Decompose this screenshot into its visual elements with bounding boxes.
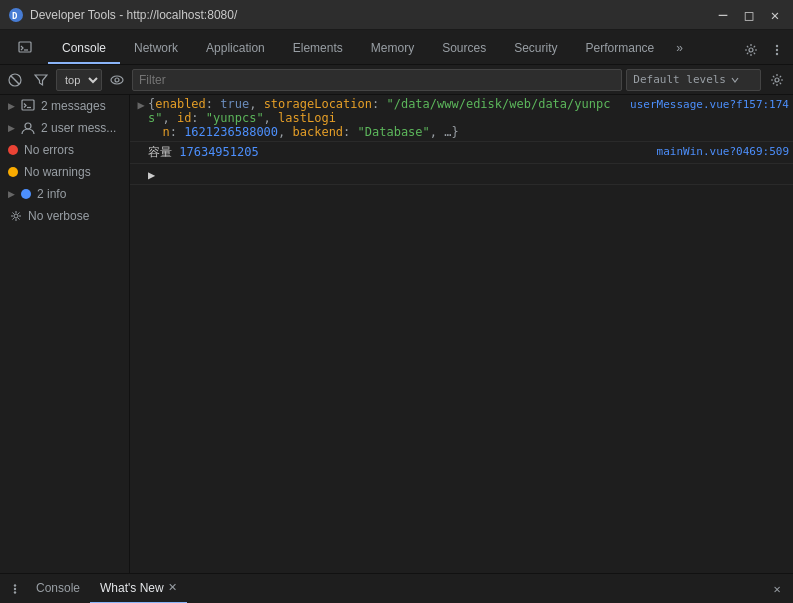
tab-bar: Console Network Application Elements Mem…: [0, 30, 793, 65]
console-source-2[interactable]: mainWin.vue?0469:509: [657, 144, 789, 158]
console-content-2: 容量 17634951205: [148, 144, 653, 161]
sidebar-errors-label: No errors: [24, 143, 74, 157]
tab-security[interactable]: Security: [500, 34, 571, 64]
svg-point-13: [775, 78, 779, 82]
svg-point-18: [14, 584, 16, 586]
svg-point-20: [14, 591, 16, 593]
bottom-tab-console[interactable]: Console: [26, 574, 90, 604]
bottom-bar: Console What's New ✕ ✕: [0, 573, 793, 603]
tab-application[interactable]: Application: [192, 34, 279, 64]
console-row-prompt[interactable]: ▶: [130, 164, 793, 185]
svg-rect-14: [22, 100, 34, 110]
expand-toggle-2: [134, 144, 148, 145]
levels-dropdown[interactable]: Default levels: [626, 69, 761, 91]
bottom-tab-whats-new[interactable]: What's New ✕: [90, 574, 187, 604]
tab-icons: [739, 38, 789, 64]
svg-point-7: [776, 53, 778, 55]
filter-icon[interactable]: [30, 69, 52, 91]
expand-toggle-1[interactable]: ▶: [134, 97, 148, 112]
tab-console-left[interactable]: [4, 34, 48, 64]
user-icon: [21, 121, 35, 135]
console-row-2: 容量 17634951205 mainWin.vue?0469:509: [130, 142, 793, 164]
main-area: ▶ 2 messages ▶ 2 user mess... No errors …: [0, 95, 793, 573]
tab-console[interactable]: Console: [48, 34, 120, 64]
close-drawer-button[interactable]: ✕: [765, 577, 789, 601]
arrow-icon-user: ▶: [8, 123, 15, 133]
info-dot: [21, 189, 31, 199]
warning-dot: [8, 167, 18, 177]
svg-point-17: [14, 214, 18, 218]
tab-performance[interactable]: Performance: [572, 34, 669, 64]
close-button[interactable]: ✕: [765, 5, 785, 25]
sidebar-info-label: 2 info: [37, 187, 66, 201]
window-controls: ─ □ ✕: [713, 5, 785, 25]
sidebar-item-warnings[interactable]: No warnings: [0, 161, 129, 183]
devtools-icon: D: [8, 7, 24, 23]
console-sidebar: ▶ 2 messages ▶ 2 user mess... No errors …: [0, 95, 130, 573]
console-content-1: {enabled: true, storageLocation: "/data/…: [148, 97, 626, 139]
svg-point-12: [115, 78, 119, 82]
svg-point-4: [749, 48, 753, 52]
console-toolbar: top Default levels: [0, 65, 793, 95]
toolbar-settings-icon[interactable]: [765, 68, 789, 92]
console-source-1[interactable]: userMessage.vue?f157:174: [630, 97, 789, 111]
console-output[interactable]: ▶ {enabled: true, storageLocation: "/dat…: [130, 95, 793, 573]
maximize-button[interactable]: □: [739, 5, 759, 25]
settings-icon[interactable]: [739, 38, 763, 62]
svg-point-11: [111, 76, 123, 84]
tab-sources[interactable]: Sources: [428, 34, 500, 64]
svg-point-19: [14, 587, 16, 589]
svg-point-6: [776, 49, 778, 51]
more-options-icon[interactable]: [765, 38, 789, 62]
context-select[interactable]: top: [56, 69, 102, 91]
sidebar-item-verbose[interactable]: No verbose: [0, 205, 129, 227]
sidebar-user-label: 2 user mess...: [41, 121, 116, 135]
svg-line-9: [11, 76, 19, 84]
sidebar-warnings-label: No warnings: [24, 165, 91, 179]
arrow-icon-info: ▶: [8, 189, 15, 199]
messages-icon: [21, 99, 35, 113]
title-bar: D Developer Tools - http://localhost:808…: [0, 0, 793, 30]
sidebar-item-messages[interactable]: ▶ 2 messages: [0, 95, 129, 117]
prompt-caret: ▶: [148, 166, 155, 182]
svg-marker-10: [35, 75, 47, 85]
arrow-icon: ▶: [8, 101, 15, 111]
sidebar-verbose-label: No verbose: [28, 209, 89, 223]
svg-text:D: D: [12, 11, 18, 21]
console-row-1: ▶ {enabled: true, storageLocation: "/dat…: [130, 95, 793, 142]
svg-point-5: [776, 45, 778, 47]
minimize-button[interactable]: ─: [713, 5, 733, 25]
bottom-menu-icon[interactable]: [4, 578, 26, 600]
window-title: Developer Tools - http://localhost:8080/: [30, 8, 713, 22]
eye-icon[interactable]: [106, 69, 128, 91]
tab-elements[interactable]: Elements: [279, 34, 357, 64]
tab-network[interactable]: Network: [120, 34, 192, 64]
sidebar-item-errors[interactable]: No errors: [0, 139, 129, 161]
tab-memory[interactable]: Memory: [357, 34, 428, 64]
sidebar-item-info[interactable]: ▶ 2 info: [0, 183, 129, 205]
gear-icon: [10, 210, 22, 222]
sidebar-messages-label: 2 messages: [41, 99, 106, 113]
tab-more[interactable]: »: [668, 34, 691, 64]
clear-console-button[interactable]: [4, 69, 26, 91]
svg-point-16: [25, 123, 31, 129]
sidebar-item-user-messages[interactable]: ▶ 2 user mess...: [0, 117, 129, 139]
console-input-area[interactable]: [155, 166, 789, 180]
bottom-right-close[interactable]: ✕: [765, 577, 789, 601]
expand-toggle-prompt: [134, 166, 148, 167]
error-dot: [8, 145, 18, 155]
close-whats-new-button[interactable]: ✕: [168, 581, 177, 594]
filter-input[interactable]: [132, 69, 622, 91]
